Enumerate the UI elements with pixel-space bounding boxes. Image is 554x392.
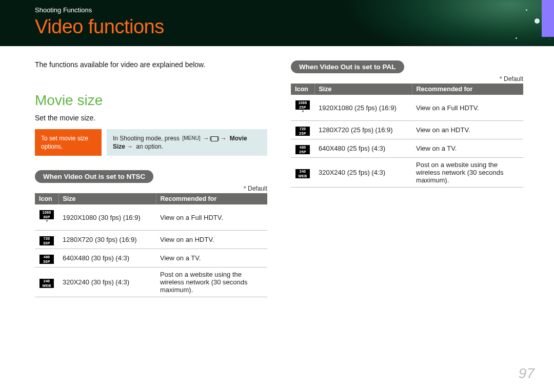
- menu-key-icon: [MENU]: [181, 135, 201, 142]
- side-tab: [542, 0, 554, 37]
- left-column: The functions available for video are ex…: [35, 60, 267, 297]
- size-cell: 1920X1080 (25 fps) (16:9): [314, 95, 412, 121]
- video-size-icon: 108030P*: [35, 204, 58, 231]
- video-size-icon: 240WEB: [35, 267, 58, 297]
- th-icon: Icon: [35, 193, 58, 204]
- size-cell: 1280X720 (30 fps) (16:9): [58, 231, 156, 249]
- arrow-icon: →: [203, 135, 209, 142]
- recommended-cell: Post on a website using the wireless net…: [156, 267, 267, 297]
- video-size-icon: 108025P*: [291, 95, 314, 121]
- video-size-icon: 48025P: [291, 139, 314, 158]
- recommended-cell: Post on a website using the wireless net…: [412, 158, 523, 188]
- instruction-label-box: To set movie size options,: [35, 129, 102, 156]
- film-icon: [211, 136, 218, 141]
- size-cell: 320X240 (30 fps) (4:3): [58, 267, 156, 297]
- arrow-icon: →: [127, 143, 133, 150]
- table-row: 48025P640X480 (25 fps) (4:3)View on a TV…: [291, 139, 523, 158]
- pill-ntsc: When Video Out is set to NTSC: [35, 170, 153, 183]
- right-column: When Video Out is set to PAL * Default I…: [291, 60, 523, 297]
- instruction-row: To set movie size options, In Shooting m…: [35, 129, 267, 156]
- video-size-icon: 48030P: [35, 249, 58, 267]
- movie-size-desc: Set the movie size.: [35, 114, 267, 122]
- table-row: 72025P1280X720 (25 fps) (16:9)View on an…: [291, 121, 523, 139]
- table-row: 48030P640X480 (30 fps) (4:3)View on a TV…: [35, 249, 267, 267]
- th-size: Size: [314, 84, 412, 95]
- table-row: 108025P*1920X1080 (25 fps) (16:9)View on…: [291, 95, 523, 121]
- size-cell: 1920X1080 (30 fps) (16:9): [58, 204, 156, 231]
- table-row: 240WEB320X240 (30 fps) (4:3)Post on a we…: [35, 267, 267, 297]
- recommended-cell: View on a TV.: [412, 139, 523, 158]
- size-cell: 320X240 (25 fps) (4:3): [314, 158, 412, 188]
- recommended-cell: View on an HDTV.: [156, 231, 267, 249]
- instruction-body-box: In Shooting mode, press [MENU]→→ Movie S…: [107, 129, 267, 156]
- recommended-cell: View on a TV.: [156, 249, 267, 267]
- page-title: Video functions: [35, 16, 164, 38]
- size-cell: 640X480 (30 fps) (4:3): [58, 249, 156, 267]
- video-size-icon: 240WEB: [291, 158, 314, 188]
- pill-pal: When Video Out is set to PAL: [291, 60, 404, 73]
- intro-text: The functions available for video are ex…: [35, 60, 267, 69]
- table-row: 240WEB320X240 (25 fps) (4:3)Post on a we…: [291, 158, 523, 188]
- table-ntsc: Icon Size Recommended for 108030P*1920X1…: [35, 193, 267, 297]
- th-size: Size: [58, 193, 156, 204]
- header-banner: Shooting Functions Video functions: [0, 0, 554, 46]
- recommended-cell: View on a Full HDTV.: [412, 95, 523, 121]
- video-size-icon: 72030P: [35, 231, 58, 249]
- size-cell: 1280X720 (25 fps) (16:9): [314, 121, 412, 139]
- default-note-ntsc: * Default: [35, 185, 267, 192]
- default-note-pal: * Default: [291, 75, 523, 82]
- recommended-cell: View on an HDTV.: [412, 121, 523, 139]
- instruction-prefix: In Shooting mode, press: [113, 135, 181, 142]
- section-title-movie-size: Movie size: [35, 92, 267, 109]
- video-size-icon: 72025P: [291, 121, 314, 139]
- th-rec: Recommended for: [156, 193, 267, 204]
- table-row: 72030P1280X720 (30 fps) (16:9)View on an…: [35, 231, 267, 249]
- arrow-icon: →: [220, 135, 226, 142]
- table-row: 108030P*1920X1080 (30 fps) (16:9)View on…: [35, 204, 267, 231]
- table-pal: Icon Size Recommended for 108025P*1920X1…: [291, 84, 523, 188]
- size-cell: 640X480 (25 fps) (4:3): [314, 139, 412, 158]
- instruction-suffix: an option.: [136, 143, 163, 150]
- th-rec: Recommended for: [412, 84, 523, 95]
- recommended-cell: View on a Full HDTV.: [156, 204, 267, 231]
- breadcrumb: Shooting Functions: [35, 6, 164, 14]
- page-number: 97: [519, 365, 535, 382]
- th-icon: Icon: [291, 84, 314, 95]
